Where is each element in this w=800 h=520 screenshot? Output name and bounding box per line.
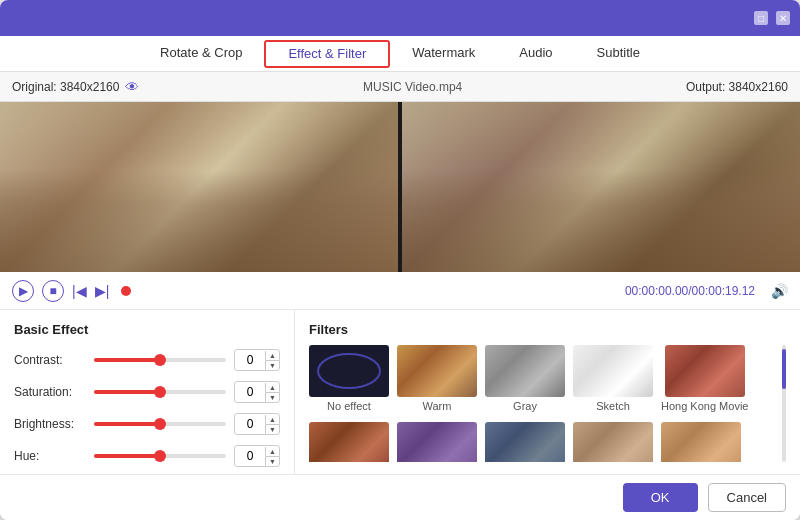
preview-left-overlay bbox=[0, 102, 398, 272]
brightness-input[interactable] bbox=[235, 417, 265, 431]
hue-input[interactable] bbox=[235, 449, 265, 463]
filter-label-hong-kong: Hong Kong Movie bbox=[661, 400, 748, 412]
tab-rotate-crop[interactable]: Rotate & Crop bbox=[138, 36, 264, 71]
filter-thumb-warm bbox=[397, 345, 477, 397]
filter-label-gray: Gray bbox=[513, 400, 537, 412]
volume-icon[interactable]: 🔊 bbox=[771, 283, 788, 299]
title-bar: □ ✕ bbox=[0, 0, 800, 36]
footer: OK Cancel bbox=[0, 474, 800, 520]
contrast-value[interactable]: ▲ ▼ bbox=[234, 349, 280, 371]
saturation-value[interactable]: ▲ ▼ bbox=[234, 381, 280, 403]
controls-bar: ▶ ■ |◀ ▶| 00:00:00.00/00:00:19.12 🔊 bbox=[0, 272, 800, 310]
filter-2e[interactable] bbox=[661, 422, 741, 462]
hue-value[interactable]: ▲ ▼ bbox=[234, 445, 280, 467]
scrollbar-thumb bbox=[782, 349, 786, 389]
filters-title: Filters bbox=[309, 322, 786, 337]
filter-thumb-2b bbox=[397, 422, 477, 462]
basic-effect-title: Basic Effect bbox=[14, 322, 280, 337]
contrast-input[interactable] bbox=[235, 353, 265, 367]
filter-2c[interactable] bbox=[485, 422, 565, 462]
tab-bar: Rotate & Crop Effect & Filter Watermark … bbox=[0, 36, 800, 72]
brightness-label: Brightness: bbox=[14, 417, 86, 431]
filter-thumb-no-effect bbox=[309, 345, 389, 397]
saturation-up[interactable]: ▲ bbox=[266, 383, 279, 393]
brightness-value[interactable]: ▲ ▼ bbox=[234, 413, 280, 435]
contrast-up[interactable]: ▲ bbox=[266, 351, 279, 361]
video-preview-left bbox=[0, 102, 398, 272]
preview-right-overlay bbox=[402, 102, 800, 272]
filter-2d[interactable] bbox=[573, 422, 653, 462]
left-panel: Basic Effect Contrast: ▲ ▼ Satur bbox=[0, 310, 295, 474]
contrast-down[interactable]: ▼ bbox=[266, 361, 279, 370]
filters-content-wrapper: No effect Warm Gray Sketch bbox=[309, 345, 786, 462]
eye-icon[interactable]: 👁 bbox=[125, 79, 139, 95]
saturation-down[interactable]: ▼ bbox=[266, 393, 279, 402]
brightness-row: Brightness: ▲ ▼ bbox=[14, 413, 280, 435]
filters-row-1: No effect Warm Gray Sketch bbox=[309, 345, 782, 412]
ok-button[interactable]: OK bbox=[623, 483, 698, 512]
filter-thumb-hong-kong bbox=[665, 345, 745, 397]
filter-gray[interactable]: Gray bbox=[485, 345, 565, 412]
filename-label: MUSIC Video.mp4 bbox=[139, 80, 685, 94]
saturation-input[interactable] bbox=[235, 385, 265, 399]
time-display: 00:00:00.00/00:00:19.12 bbox=[625, 284, 755, 298]
hue-slider[interactable] bbox=[94, 454, 226, 458]
main-content: Basic Effect Contrast: ▲ ▼ Satur bbox=[0, 310, 800, 474]
hue-up[interactable]: ▲ bbox=[266, 447, 279, 457]
filter-thumb-2a bbox=[309, 422, 389, 462]
hue-arrows: ▲ ▼ bbox=[265, 447, 279, 466]
play-button[interactable]: ▶ bbox=[12, 280, 34, 302]
filter-thumb-2d bbox=[573, 422, 653, 462]
tab-audio[interactable]: Audio bbox=[497, 36, 574, 71]
filters-row-2 bbox=[309, 422, 782, 462]
video-preview-area bbox=[0, 102, 800, 272]
saturation-arrows: ▲ ▼ bbox=[265, 383, 279, 402]
contrast-row: Contrast: ▲ ▼ bbox=[14, 349, 280, 371]
filter-2b[interactable] bbox=[397, 422, 477, 462]
filter-label-no-effect: No effect bbox=[327, 400, 371, 412]
skip-back-button[interactable]: |◀ bbox=[72, 283, 87, 299]
output-resolution: Output: 3840x2160 bbox=[686, 80, 788, 94]
filter-label-sketch: Sketch bbox=[596, 400, 630, 412]
brightness-down[interactable]: ▼ bbox=[266, 425, 279, 434]
video-info-bar: Original: 3840x2160 👁 MUSIC Video.mp4 Ou… bbox=[0, 72, 800, 102]
contrast-arrows: ▲ ▼ bbox=[265, 351, 279, 370]
hue-down[interactable]: ▼ bbox=[266, 457, 279, 466]
filter-thumb-2e bbox=[661, 422, 741, 462]
skip-forward-button[interactable]: ▶| bbox=[95, 283, 110, 299]
brightness-up[interactable]: ▲ bbox=[266, 415, 279, 425]
brightness-arrows: ▲ ▼ bbox=[265, 415, 279, 434]
saturation-row: Saturation: ▲ ▼ bbox=[14, 381, 280, 403]
stop-button[interactable]: ■ bbox=[42, 280, 64, 302]
contrast-label: Contrast: bbox=[14, 353, 86, 367]
filter-label-warm: Warm bbox=[423, 400, 452, 412]
hue-label: Hue: bbox=[14, 449, 86, 463]
cancel-button[interactable]: Cancel bbox=[708, 483, 786, 512]
tab-watermark[interactable]: Watermark bbox=[390, 36, 497, 71]
saturation-slider[interactable] bbox=[94, 390, 226, 394]
brightness-slider[interactable] bbox=[94, 422, 226, 426]
record-indicator bbox=[121, 286, 131, 296]
main-window: □ ✕ Rotate & Crop Effect & Filter Waterm… bbox=[0, 0, 800, 520]
scrollbar[interactable] bbox=[782, 345, 786, 462]
tab-subtitle[interactable]: Subtitle bbox=[575, 36, 662, 71]
filter-2a[interactable] bbox=[309, 422, 389, 462]
filter-hong-kong[interactable]: Hong Kong Movie bbox=[661, 345, 748, 412]
video-preview-right bbox=[402, 102, 800, 272]
close-button[interactable]: ✕ bbox=[776, 11, 790, 25]
tab-effect-filter[interactable]: Effect & Filter bbox=[264, 40, 390, 68]
saturation-label: Saturation: bbox=[14, 385, 86, 399]
filter-warm[interactable]: Warm bbox=[397, 345, 477, 412]
filter-thumb-sketch bbox=[573, 345, 653, 397]
minimize-button[interactable]: □ bbox=[754, 11, 768, 25]
filter-no-effect[interactable]: No effect bbox=[309, 345, 389, 412]
right-panel: Filters No effect Warm bbox=[295, 310, 800, 474]
filter-sketch[interactable]: Sketch bbox=[573, 345, 653, 412]
original-resolution: Original: 3840x2160 👁 bbox=[12, 79, 139, 95]
filters-grid: No effect Warm Gray Sketch bbox=[309, 345, 782, 462]
filter-thumb-2c bbox=[485, 422, 565, 462]
contrast-slider[interactable] bbox=[94, 358, 226, 362]
hue-row: Hue: ▲ ▼ bbox=[14, 445, 280, 467]
filter-thumb-gray bbox=[485, 345, 565, 397]
